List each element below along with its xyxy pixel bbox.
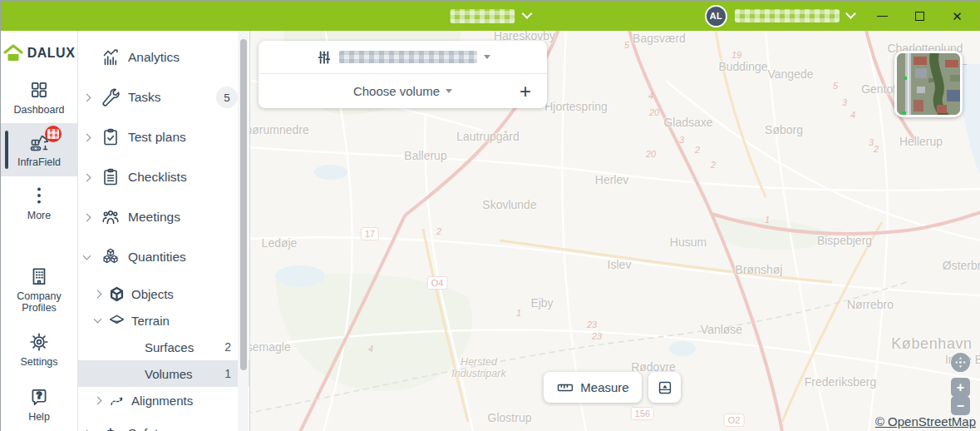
user-name-redacted xyxy=(735,9,840,22)
nav-item-label: Safety xyxy=(128,426,165,431)
model-dropdown[interactable] xyxy=(259,41,547,74)
avatar: AL xyxy=(705,5,727,27)
item-count: 1 xyxy=(224,367,231,380)
item-count: 2 xyxy=(224,340,231,354)
cubes-icon xyxy=(101,247,121,267)
building-icon xyxy=(28,265,50,287)
measure-button[interactable]: Measure xyxy=(544,372,642,403)
nav-item-checklists[interactable]: Checklists xyxy=(78,157,249,197)
minimize-button[interactable] xyxy=(864,1,901,31)
chevron-down-icon xyxy=(84,255,101,259)
chevron-right-icon xyxy=(84,95,101,101)
nav-scrollbar xyxy=(238,31,249,431)
maximize-button[interactable] xyxy=(901,1,938,31)
terrain-icon xyxy=(108,312,126,329)
chevron-down-icon xyxy=(95,319,108,322)
rail-item-help[interactable]: ?Help xyxy=(1,378,77,430)
nav-scrollbar-thumb[interactable] xyxy=(240,39,247,370)
chevron-right-icon xyxy=(84,175,101,181)
analytics-icon xyxy=(101,47,121,67)
dashboard-grid-icon xyxy=(28,79,50,101)
nav-item-meetings[interactable]: Meetings xyxy=(78,197,249,237)
ellipsis-vertical-icon xyxy=(28,185,50,206)
project-dropdown[interactable] xyxy=(450,1,530,31)
rail-item-settings[interactable]: Settings xyxy=(1,323,77,375)
nav-item-volumes[interactable]: Volumes1 xyxy=(78,360,249,387)
zoom-in-button[interactable]: + xyxy=(951,378,970,397)
window-controls: ✕ xyxy=(864,1,976,31)
minimize-icon xyxy=(877,16,888,17)
model-name-redacted xyxy=(339,51,477,63)
clipboard-list-icon xyxy=(101,167,121,187)
tune-icon xyxy=(316,49,332,66)
rail-item-label: Help xyxy=(28,411,50,423)
basemap-button[interactable] xyxy=(648,372,681,403)
rail-item-dashboard[interactable]: Dashboard xyxy=(1,71,77,123)
nav-item-test-plans[interactable]: Test plans xyxy=(78,117,249,157)
close-icon: ✕ xyxy=(952,10,963,22)
rail-item-label: Settings xyxy=(20,356,57,368)
osm-attribution-link[interactable]: © OpenStreetMap xyxy=(875,414,976,429)
nav-item-alignments[interactable]: Alignments xyxy=(78,387,249,414)
rail-item-label: InfraField xyxy=(17,156,61,168)
chevron-right-icon xyxy=(95,398,108,404)
nav-item-label: Objects xyxy=(131,287,174,301)
chevron-right-icon xyxy=(95,291,108,297)
titlebar: AL ✕ xyxy=(1,1,979,31)
rail-item-more[interactable]: More xyxy=(1,176,77,229)
nav-item-quantities[interactable]: Quantities xyxy=(78,237,249,277)
pan-mode-button[interactable] xyxy=(951,353,970,372)
zoom-out-button[interactable]: − xyxy=(951,396,970,415)
nav-item-analytics[interactable]: Analytics xyxy=(78,37,249,77)
dalux-house-icon xyxy=(3,44,23,62)
nav-item-label: Volumes xyxy=(145,367,193,381)
nav-item-label: Test plans xyxy=(128,130,186,145)
project-name-redacted xyxy=(450,9,515,23)
maximize-icon xyxy=(915,12,924,21)
nav-item-label: Terrain xyxy=(131,314,170,328)
ruler-icon xyxy=(556,379,574,397)
rail-item-infrafield[interactable]: InfraField xyxy=(1,123,77,176)
chevron-right-icon xyxy=(84,215,101,220)
rail-item-company-profiles[interactable]: Company Profiles xyxy=(1,257,77,322)
nav-item-terrain[interactable]: Terrain xyxy=(78,307,249,334)
nav-item-surfaces[interactable]: Surfaces2 xyxy=(78,334,249,360)
map-canvas[interactable]: HareskovbyBagsværdCharlottenlundBuddinge… xyxy=(250,31,980,431)
rail-item-label: More xyxy=(27,210,51,221)
people-icon xyxy=(101,207,121,227)
model-volume-panel: Choose volume + xyxy=(259,41,547,108)
dalux-logo[interactable]: DALUX xyxy=(1,44,77,62)
nav-item-label: Quantities xyxy=(128,250,186,265)
nav-item-label: Checklists xyxy=(128,170,187,185)
helmet-icon xyxy=(101,424,121,431)
logo-text: DALUX xyxy=(27,46,76,61)
close-button[interactable]: ✕ xyxy=(938,1,976,31)
nav-item-label: Analytics xyxy=(128,50,180,65)
nav-item-safety[interactable]: Safety xyxy=(78,414,249,431)
gear-icon xyxy=(28,331,50,353)
nav-item-label: Tasks xyxy=(128,90,161,105)
user-menu[interactable]: AL xyxy=(705,1,854,31)
count-badge: 5 xyxy=(216,87,238,108)
wrench-icon xyxy=(101,87,121,107)
measure-label: Measure xyxy=(580,380,628,394)
nav-item-label: Alignments xyxy=(131,394,193,408)
minimap-satellite-toggle[interactable] xyxy=(894,51,963,117)
caret-down-icon xyxy=(446,89,452,93)
svg-text:?: ? xyxy=(37,390,42,400)
notification-badge xyxy=(45,126,62,142)
choose-volume-row: Choose volume + xyxy=(259,74,547,108)
basemap-icon xyxy=(656,379,674,397)
nav-item-label: Surfaces xyxy=(145,340,194,354)
rail-item-label: Company Profiles xyxy=(8,290,70,315)
minimap-image xyxy=(897,53,963,117)
choose-volume-dropdown[interactable]: Choose volume xyxy=(353,84,440,98)
app-window: AL ✕ DALUX DashboardInfraFieldMore Compa… xyxy=(0,0,980,431)
nav-item-tasks[interactable]: Tasks5 xyxy=(78,77,249,117)
cube-icon xyxy=(108,285,126,303)
nav-item-objects[interactable]: Objects xyxy=(78,280,249,307)
add-volume-button[interactable]: + xyxy=(511,74,539,108)
left-rail: DALUX DashboardInfraFieldMore Company Pr… xyxy=(1,31,78,431)
selected-indicator xyxy=(5,131,8,168)
help-icon: ? xyxy=(28,386,50,408)
